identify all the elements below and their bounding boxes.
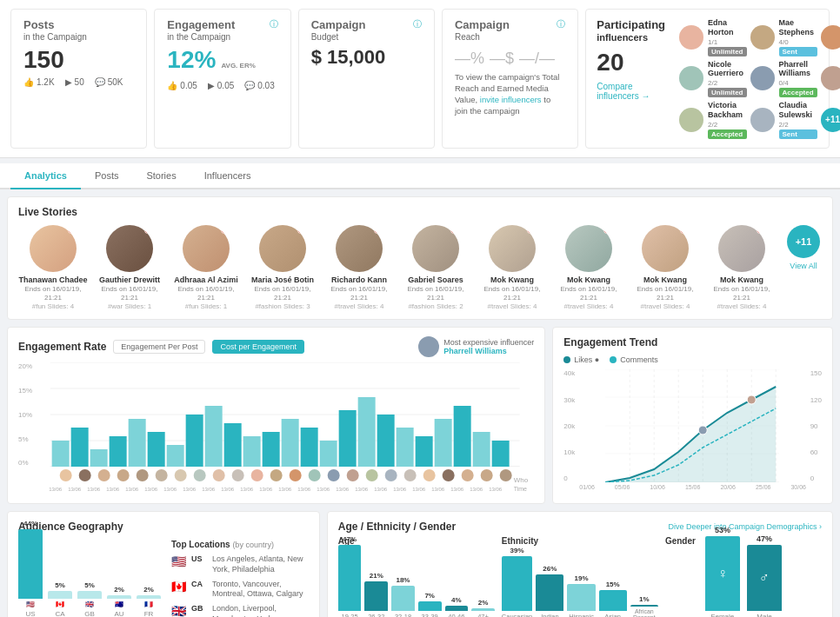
view-all-stories-button[interactable]: +11 xyxy=(787,225,820,258)
geo-title: Audience Geography xyxy=(18,521,309,533)
trend-legend: Likes ● Comments xyxy=(563,355,822,364)
svg-rect-20 xyxy=(339,410,357,467)
engagement-per-post-btn[interactable]: Engagement Per Post xyxy=(113,340,205,354)
invite-influencers-link[interactable]: invite influencers xyxy=(480,95,542,104)
svg-text:13/06: 13/06 xyxy=(317,487,330,492)
svg-text:13/06: 13/06 xyxy=(106,487,120,492)
loc-item-ca: 🇨🇦 CA Toronto, Vancouver, Montreal, Otta… xyxy=(171,580,309,600)
engagement-rate-section: Engagement Rate Engagement Per Post Cost… xyxy=(7,327,545,504)
geo-bar-us: 44% 🇺🇸 US xyxy=(18,520,43,617)
most-expensive-label: Most expensive influencer xyxy=(443,338,534,347)
geo-content: 44% 🇺🇸 US 5% 🇨🇦 CA xyxy=(18,540,309,617)
engagement-info-icon[interactable]: ⓘ xyxy=(270,18,278,30)
svg-rect-18 xyxy=(301,428,318,467)
gender-bar-male: 47% ♂ Male xyxy=(747,534,782,617)
gender-bar-female: 53% ♀ Female xyxy=(705,526,740,617)
svg-point-92 xyxy=(698,426,707,435)
svg-point-93 xyxy=(747,395,756,404)
age-eth-gen-title: Age / Ethnicity / Gender xyxy=(338,521,456,533)
ethnicity-title: Ethnicity xyxy=(502,536,658,546)
story-avatar-3 xyxy=(259,225,306,272)
age-bar-3339: 7% 33-39 xyxy=(418,592,442,617)
engagement-bar-chart: 20% 15% 10% 5% 0% xyxy=(18,362,534,494)
age-bar-4046: 4% 40-46 xyxy=(445,596,469,617)
reach-desc: To view the campaign's Total Reach and E… xyxy=(455,71,565,117)
age-bar-3218: 18% 32-18 xyxy=(391,576,415,617)
influencer-item-8: +11 View All xyxy=(821,101,840,139)
ethnicity-section: Ethnicity 39% Caucasian 26% Indian xyxy=(502,536,658,617)
svg-point-40 xyxy=(270,469,283,481)
tab-analytics[interactable]: Analytics xyxy=(10,163,81,189)
gender-title: Gender xyxy=(665,536,822,546)
story-item-1: Gauthier Drewitt Ends on 16/01/19, 21:21… xyxy=(95,225,164,311)
svg-text:13/06: 13/06 xyxy=(259,487,273,492)
geo-bars-container: 44% 🇺🇸 US 5% 🇨🇦 CA xyxy=(18,540,161,617)
story-item-8: Mok Kwang Ends on 16/01/19, 21:21 #trave… xyxy=(630,225,700,311)
story-live-dot-5 xyxy=(450,227,457,234)
engagement-title: Engagement in the Campaign xyxy=(167,18,235,43)
influencer-avatar-3 xyxy=(679,66,703,90)
story-avatar-1 xyxy=(106,225,153,272)
age-title: Age xyxy=(338,536,495,546)
svg-rect-6 xyxy=(71,428,89,467)
svg-point-42 xyxy=(309,469,321,481)
svg-point-41 xyxy=(290,469,302,481)
reach-card: Campaign Reach ⓘ —% —$ —/— To view the c… xyxy=(442,9,578,149)
svg-text:13/06: 13/06 xyxy=(144,487,158,492)
budget-card: Campaign Budget ⓘ $ 15,000 xyxy=(298,9,435,149)
dive-deeper-link[interactable]: Dive Deeper into Campaign Demographics › xyxy=(668,522,822,531)
live-stories-title: Live Stories xyxy=(18,206,822,218)
svg-point-50 xyxy=(462,469,474,481)
cost-per-engagement-btn[interactable]: Cost per Engagement xyxy=(212,340,304,354)
svg-rect-23 xyxy=(397,428,414,467)
svg-text:13/06: 13/06 xyxy=(450,487,464,492)
compare-influencers-link[interactable]: Compare influencers → xyxy=(597,82,665,101)
svg-rect-10 xyxy=(148,432,165,467)
svg-point-43 xyxy=(328,469,340,481)
engagement-label: AVG. ER% xyxy=(221,62,255,70)
story-live-dot-7 xyxy=(603,227,610,234)
svg-point-30 xyxy=(79,469,91,481)
svg-text:13/06: 13/06 xyxy=(489,487,503,492)
eth-bar-indian: 26% Indian xyxy=(536,565,563,617)
svg-text:13/06: 13/06 xyxy=(393,487,407,492)
eth-bar-hispanic: 19% Hispanic xyxy=(567,574,595,617)
svg-point-47 xyxy=(404,469,417,481)
influencers-count: 20 xyxy=(597,49,665,76)
influencer-avatar-0 xyxy=(679,25,703,50)
svg-rect-8 xyxy=(110,436,127,467)
influencer-item-2: Kiersten Rich 1/1 Unlimited xyxy=(821,18,840,56)
story-item-5: Gabriel Soares Ends on 16/01/19, 21:21 #… xyxy=(401,225,470,311)
tab-posts[interactable]: Posts xyxy=(81,163,133,189)
most-expensive-avatar xyxy=(418,336,439,357)
svg-rect-13 xyxy=(205,406,223,467)
posts-value: 150 xyxy=(23,46,134,74)
main-content: Live Stories Thanawan Chadee Ends on 16/… xyxy=(0,189,840,617)
view-all-stories-link[interactable]: View All xyxy=(790,262,817,270)
most-expensive-name: Pharrell Williams xyxy=(443,347,534,355)
svg-rect-25 xyxy=(435,419,452,467)
age-ethnicity-gender-section: Age / Ethnicity / Gender Dive Deeper int… xyxy=(327,511,833,617)
story-item-9: Mok Kwang Ends on 16/01/19, 21:21 #trave… xyxy=(707,225,777,311)
budget-info-icon[interactable]: ⓘ xyxy=(413,18,422,30)
reach-info-icon[interactable]: ⓘ xyxy=(557,18,565,30)
svg-text:13/06: 13/06 xyxy=(125,487,139,492)
gender-section: Gender 53% ♀ Female 47% xyxy=(665,536,822,617)
story-item-2: Adhraaa Al Azimi Ends on 16/01/19, 21:21… xyxy=(171,225,241,311)
svg-text:13/06: 13/06 xyxy=(183,487,197,492)
svg-rect-5 xyxy=(52,441,70,467)
live-stories-section: Live Stories Thanawan Chadee Ends on 16/… xyxy=(7,196,833,321)
engagement-rate-title: Engagement Rate xyxy=(18,341,106,353)
svg-text:13/06: 13/06 xyxy=(278,487,292,492)
tab-stories[interactable]: Stories xyxy=(132,163,190,189)
tab-influencers[interactable]: Influencers xyxy=(190,163,265,189)
svg-point-33 xyxy=(137,469,149,481)
loc-item-us: 🇺🇸 US Los Angeles, Atlanta, New York, Ph… xyxy=(171,554,309,574)
story-live-dot-2 xyxy=(221,227,228,234)
eth-bar-asian: 15% Asian xyxy=(599,581,627,617)
eth-bar-caucasian: 39% Caucasian xyxy=(502,547,532,617)
engagement-trend-title: Engagement Trend xyxy=(563,336,822,348)
story-live-dot-3 xyxy=(297,227,304,234)
influencer-item-4: Pharrell Williams 0/4 Accepted xyxy=(750,60,817,98)
svg-text:13/06: 13/06 xyxy=(297,487,311,492)
